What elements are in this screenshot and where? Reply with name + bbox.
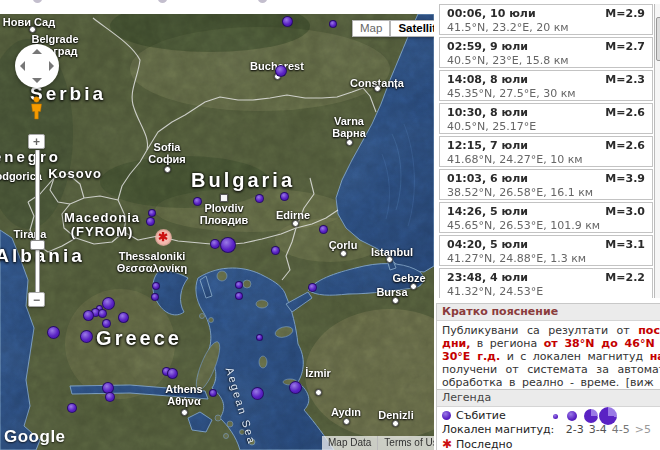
map-viewport[interactable]: SerbiaBulgariaGreeceAlbaniaMontenegroKos… [0,14,434,450]
event-marker[interactable] [256,334,263,341]
event-list-item[interactable]: 00:06, 10 юлиM=2.941.5°N, 23.2°E, 20 км [439,4,653,35]
zoom-slider-handle[interactable] [30,240,45,250]
event-marker[interactable] [235,281,243,289]
event-list-item[interactable]: 23:48, 4 юлиM=2.241.32°N, 24.53°E [439,268,653,298]
event-marker[interactable] [275,65,287,77]
event-list-item[interactable]: 14:26, 5 юлиM=3.045.65°N, 26.53°E, 101.9… [439,202,653,233]
event-location: 45.35°N, 27.5°E, 30 км [447,87,645,100]
event-marker[interactable] [329,20,337,28]
event-list: 00:06, 10 юлиM=2.941.5°N, 23.2°E, 20 км0… [439,4,653,298]
event-magnitude: M=2.9 [605,7,645,20]
legend-box: Легенда Събитие Локален магнитуд: 2-33-4… [436,389,660,450]
event-marker[interactable] [289,381,302,394]
last-event-icon: ✱ [442,437,452,450]
event-marker[interactable] [151,293,159,301]
note-line: получени от системата за автоматична [442,363,660,376]
event-marker[interactable] [280,192,289,201]
city-label: Bursa [376,286,407,298]
event-marker[interactable] [193,197,202,206]
event-marker[interactable] [102,297,115,310]
note-text: получени от системата за автоматична [442,363,660,376]
legend-magnitude-label: Локален магнитуд: [442,423,554,436]
note-box: Кратко пояснение Публикувани са резултат… [436,303,660,393]
pan-down-icon[interactable] [32,78,42,83]
event-row-header: 01:03, 6 юлиM=3.9 [447,172,645,185]
map-data-link[interactable]: Map Data [322,436,377,450]
terms-of-use-link[interactable]: Terms of Use [377,436,434,450]
event-marker[interactable] [319,225,328,234]
event-marker[interactable] [220,237,236,253]
event-marker[interactable] [152,282,160,290]
city-label: ThessalonikiΘεσσαλονίκη [117,250,187,274]
city-dot-marker [315,389,322,396]
event-marker[interactable] [67,403,77,413]
legend-size-circle [567,411,577,421]
zoom-slider-track[interactable] [35,150,40,292]
city-dot-marker [410,283,417,290]
event-time: 14:08, 8 юли [447,73,528,86]
country-label: Kosovo [48,167,102,181]
city-label: Aydın [331,406,361,418]
event-magnitude: M=3.9 [605,172,645,185]
event-list-item[interactable]: 02:59, 9 юлиM=2.740.5°N, 23°E, 15.8 км [439,37,653,68]
event-list-item[interactable]: 01:03, 6 юлиM=3.938.52°N, 26.58°E, 16.1 … [439,169,653,200]
event-row-header: 14:26, 5 юлиM=3.0 [447,205,645,218]
event-magnitude: M=2.3 [605,73,645,86]
event-list-item[interactable]: 12:15, 7 юлиM=2.641.68°N, 24.27°E, 10 км [439,136,653,167]
event-time: 10:30, 8 юли [447,106,528,119]
event-marker[interactable] [282,16,293,27]
event-marker[interactable] [146,217,155,226]
city-dot-marker [374,85,381,92]
event-marker[interactable] [210,239,220,249]
note-title: Кратко пояснение [437,304,660,321]
event-marker[interactable] [148,209,156,217]
note-body: Публикувани са резултати от последните 3… [437,321,660,392]
event-list-scrollbar[interactable] [654,4,660,298]
legend-event-label: Събитие [456,409,506,422]
pegman-streetview-icon[interactable] [30,96,43,125]
event-marker[interactable] [105,392,115,402]
event-location: 41.32°N, 24.53°E [447,285,645,298]
event-list-item[interactable]: 10:30, 8 юлиM=2.640.5°N, 25.17°E [439,103,653,134]
city-dot-marker [386,256,393,263]
last-event-marker[interactable]: ✱ [155,229,172,246]
legend-event-row: Събитие [442,409,660,423]
event-magnitude: M=2.7 [605,40,645,53]
event-marker[interactable] [271,246,280,255]
event-marker[interactable] [255,194,264,203]
scrollbar-thumb[interactable] [656,17,660,61]
pan-up-icon[interactable] [32,49,42,54]
event-marker[interactable] [167,368,178,379]
event-marker[interactable] [308,283,317,292]
event-marker[interactable] [235,292,243,300]
legend-title: Легенда [437,390,660,407]
pan-control[interactable] [15,44,59,88]
event-marker[interactable] [80,330,93,343]
event-list-item[interactable]: 04:20, 5 юлиM=3.141.27°N, 24.88°E, 1.3 к… [439,235,653,266]
note-text: в региона [470,337,543,350]
city-label: VarnaВарна [332,115,366,139]
clipped-event-marker [258,0,267,3]
zoom-out-button[interactable]: − [28,292,45,307]
legend-bin-label: 2-3 [566,423,584,436]
event-marker[interactable] [118,312,129,323]
event-marker[interactable] [83,310,94,321]
pan-right-icon[interactable] [49,61,54,71]
legend-bins: 2-33-44-5>5 [566,423,656,436]
event-list-item[interactable]: 14:08, 8 юлиM=2.345.35°N, 27.5°E, 30 км [439,70,653,101]
event-magnitude: M=3.0 [605,205,645,218]
pan-left-icon[interactable] [20,61,25,71]
event-marker[interactable] [251,387,264,400]
legend-bin-label: 3-4 [589,423,607,436]
event-marker[interactable] [47,326,60,339]
satellite-button[interactable]: Satellite [390,20,434,37]
event-marker[interactable] [102,319,111,328]
event-bullet-icon [442,411,451,420]
zoom-in-button[interactable]: + [28,134,45,149]
event-marker[interactable] [98,309,107,318]
city-dot-marker [392,297,399,304]
event-marker[interactable] [209,389,217,397]
note-text: над 2.5, [650,350,660,363]
event-time: 14:26, 5 юли [447,205,528,218]
map-button[interactable]: Map [352,20,390,37]
